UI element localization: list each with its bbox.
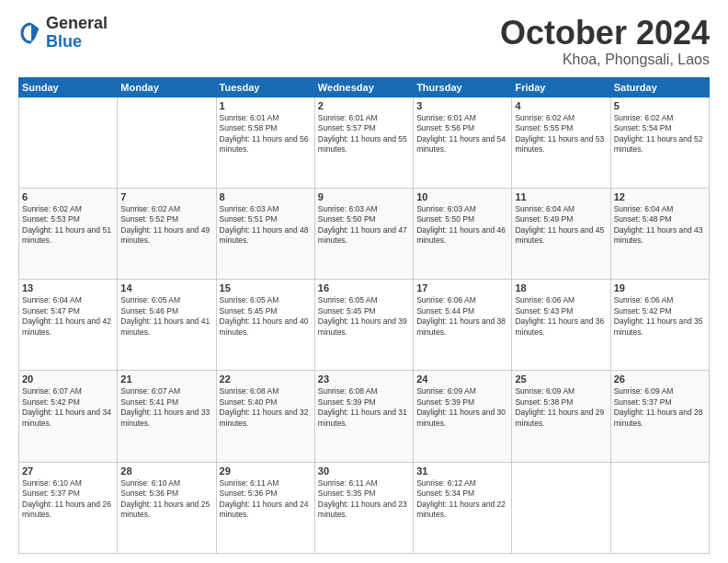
day-number: 13 bbox=[22, 282, 114, 293]
header-wednesday: Wednesday bbox=[314, 77, 413, 97]
day-info: Sunrise: 6:01 AM Sunset: 5:57 PM Dayligh… bbox=[318, 113, 410, 155]
day-info: Sunrise: 6:08 AM Sunset: 5:40 PM Dayligh… bbox=[220, 386, 312, 429]
weekday-header-row: Sunday Monday Tuesday Wednesday Thursday… bbox=[19, 77, 710, 97]
day-info: Sunrise: 6:02 AM Sunset: 5:55 PM Dayligh… bbox=[515, 113, 607, 155]
day-info: Sunrise: 6:02 AM Sunset: 5:53 PM Dayligh… bbox=[22, 204, 114, 247]
day-info: Sunrise: 6:09 AM Sunset: 5:38 PM Dayligh… bbox=[515, 386, 607, 429]
week-row-5: 27Sunrise: 6:10 AM Sunset: 5:37 PM Dayli… bbox=[19, 462, 710, 553]
calendar-cell: 15Sunrise: 6:05 AM Sunset: 5:45 PM Dayli… bbox=[216, 280, 314, 371]
calendar-cell: 22Sunrise: 6:08 AM Sunset: 5:40 PM Dayli… bbox=[216, 371, 314, 462]
day-number: 9 bbox=[318, 191, 410, 202]
day-info: Sunrise: 6:03 AM Sunset: 5:51 PM Dayligh… bbox=[220, 204, 312, 247]
day-info: Sunrise: 6:03 AM Sunset: 5:50 PM Dayligh… bbox=[318, 204, 410, 247]
day-info: Sunrise: 6:01 AM Sunset: 5:56 PM Dayligh… bbox=[416, 113, 508, 155]
day-info: Sunrise: 6:09 AM Sunset: 5:37 PM Dayligh… bbox=[614, 386, 706, 429]
title-area: October 2024 Khoa, Phongsali, Laos bbox=[500, 15, 710, 68]
day-number: 20 bbox=[22, 373, 114, 385]
day-number: 15 bbox=[220, 282, 312, 293]
day-info: Sunrise: 6:04 AM Sunset: 5:47 PM Dayligh… bbox=[22, 295, 114, 338]
day-info: Sunrise: 6:05 AM Sunset: 5:46 PM Dayligh… bbox=[120, 295, 212, 338]
calendar-cell: 25Sunrise: 6:09 AM Sunset: 5:38 PM Dayli… bbox=[512, 371, 610, 462]
day-number: 14 bbox=[120, 282, 212, 293]
day-info: Sunrise: 6:04 AM Sunset: 5:48 PM Dayligh… bbox=[614, 204, 706, 247]
calendar-cell: 7Sunrise: 6:02 AM Sunset: 5:52 PM Daylig… bbox=[118, 188, 216, 279]
day-info: Sunrise: 6:12 AM Sunset: 5:34 PM Dayligh… bbox=[416, 478, 508, 521]
day-number: 19 bbox=[614, 282, 706, 293]
logo-general-text: General bbox=[46, 15, 108, 33]
day-number: 2 bbox=[318, 100, 410, 111]
calendar-cell: 26Sunrise: 6:09 AM Sunset: 5:37 PM Dayli… bbox=[610, 371, 709, 462]
day-number: 31 bbox=[416, 465, 508, 477]
day-number: 4 bbox=[515, 100, 607, 111]
week-row-1: 1Sunrise: 6:01 AM Sunset: 5:58 PM Daylig… bbox=[19, 97, 710, 188]
day-number: 23 bbox=[318, 373, 410, 385]
calendar-cell: 9Sunrise: 6:03 AM Sunset: 5:50 PM Daylig… bbox=[314, 188, 413, 279]
day-info: Sunrise: 6:03 AM Sunset: 5:50 PM Dayligh… bbox=[416, 204, 508, 247]
header-friday: Friday bbox=[512, 77, 610, 97]
day-info: Sunrise: 6:06 AM Sunset: 5:42 PM Dayligh… bbox=[614, 295, 706, 338]
week-row-3: 13Sunrise: 6:04 AM Sunset: 5:47 PM Dayli… bbox=[19, 280, 710, 371]
day-info: Sunrise: 6:11 AM Sunset: 5:35 PM Dayligh… bbox=[318, 478, 410, 521]
month-title: October 2024 bbox=[500, 15, 710, 52]
day-info: Sunrise: 6:10 AM Sunset: 5:36 PM Dayligh… bbox=[120, 478, 212, 521]
calendar-cell: 1Sunrise: 6:01 AM Sunset: 5:58 PM Daylig… bbox=[216, 97, 314, 188]
calendar-cell: 20Sunrise: 6:07 AM Sunset: 5:42 PM Dayli… bbox=[19, 371, 118, 462]
day-number: 18 bbox=[515, 282, 607, 293]
header-thursday: Thursday bbox=[414, 77, 512, 97]
calendar-cell: 17Sunrise: 6:06 AM Sunset: 5:44 PM Dayli… bbox=[414, 280, 512, 371]
calendar-cell: 12Sunrise: 6:04 AM Sunset: 5:48 PM Dayli… bbox=[610, 188, 709, 279]
header: General Blue October 2024 Khoa, Phongsal… bbox=[18, 15, 710, 68]
calendar-cell: 16Sunrise: 6:05 AM Sunset: 5:45 PM Dayli… bbox=[314, 280, 413, 371]
day-number: 6 bbox=[22, 191, 114, 202]
calendar-cell: 31Sunrise: 6:12 AM Sunset: 5:34 PM Dayli… bbox=[414, 462, 512, 553]
calendar-cell: 18Sunrise: 6:06 AM Sunset: 5:43 PM Dayli… bbox=[512, 280, 610, 371]
week-row-2: 6Sunrise: 6:02 AM Sunset: 5:53 PM Daylig… bbox=[19, 188, 710, 279]
logo-blue-text: Blue bbox=[46, 33, 108, 52]
calendar-cell: 3Sunrise: 6:01 AM Sunset: 5:56 PM Daylig… bbox=[414, 97, 512, 188]
day-info: Sunrise: 6:07 AM Sunset: 5:42 PM Dayligh… bbox=[22, 386, 114, 429]
calendar-cell: 2Sunrise: 6:01 AM Sunset: 5:57 PM Daylig… bbox=[314, 97, 413, 188]
calendar-cell: 10Sunrise: 6:03 AM Sunset: 5:50 PM Dayli… bbox=[414, 188, 512, 279]
day-info: Sunrise: 6:02 AM Sunset: 5:54 PM Dayligh… bbox=[614, 113, 706, 155]
day-number: 26 bbox=[614, 373, 706, 385]
day-info: Sunrise: 6:01 AM Sunset: 5:58 PM Dayligh… bbox=[220, 113, 312, 155]
day-info: Sunrise: 6:06 AM Sunset: 5:44 PM Dayligh… bbox=[416, 295, 508, 338]
header-saturday: Saturday bbox=[610, 77, 709, 97]
day-number: 27 bbox=[22, 465, 114, 477]
calendar-cell: 5Sunrise: 6:02 AM Sunset: 5:54 PM Daylig… bbox=[610, 97, 709, 188]
day-number: 10 bbox=[416, 191, 508, 202]
calendar-cell: 27Sunrise: 6:10 AM Sunset: 5:37 PM Dayli… bbox=[19, 462, 118, 553]
day-info: Sunrise: 6:08 AM Sunset: 5:39 PM Dayligh… bbox=[318, 386, 410, 429]
calendar-cell: 21Sunrise: 6:07 AM Sunset: 5:41 PM Dayli… bbox=[118, 371, 216, 462]
day-info: Sunrise: 6:09 AM Sunset: 5:39 PM Dayligh… bbox=[416, 386, 508, 429]
calendar-cell: 24Sunrise: 6:09 AM Sunset: 5:39 PM Dayli… bbox=[414, 371, 512, 462]
day-info: Sunrise: 6:11 AM Sunset: 5:36 PM Dayligh… bbox=[220, 478, 312, 521]
calendar-cell bbox=[118, 97, 216, 188]
calendar-cell: 4Sunrise: 6:02 AM Sunset: 5:55 PM Daylig… bbox=[512, 97, 610, 188]
day-info: Sunrise: 6:05 AM Sunset: 5:45 PM Dayligh… bbox=[318, 295, 410, 338]
calendar-cell bbox=[19, 97, 118, 188]
day-number: 29 bbox=[220, 465, 312, 477]
day-number: 1 bbox=[220, 100, 312, 111]
week-row-4: 20Sunrise: 6:07 AM Sunset: 5:42 PM Dayli… bbox=[19, 371, 710, 462]
calendar-cell: 13Sunrise: 6:04 AM Sunset: 5:47 PM Dayli… bbox=[19, 280, 118, 371]
day-number: 24 bbox=[416, 373, 508, 385]
calendar-cell: 29Sunrise: 6:11 AM Sunset: 5:36 PM Dayli… bbox=[216, 462, 314, 553]
page: General Blue October 2024 Khoa, Phongsal… bbox=[0, 0, 728, 563]
day-number: 16 bbox=[318, 282, 410, 293]
calendar-table: Sunday Monday Tuesday Wednesday Thursday… bbox=[18, 77, 710, 554]
day-number: 30 bbox=[318, 465, 410, 477]
logo-icon bbox=[18, 20, 44, 46]
day-number: 7 bbox=[120, 191, 212, 202]
day-info: Sunrise: 6:07 AM Sunset: 5:41 PM Dayligh… bbox=[120, 386, 212, 429]
calendar-cell: 14Sunrise: 6:05 AM Sunset: 5:46 PM Dayli… bbox=[118, 280, 216, 371]
calendar-cell: 8Sunrise: 6:03 AM Sunset: 5:51 PM Daylig… bbox=[216, 188, 314, 279]
day-number: 25 bbox=[515, 373, 607, 385]
day-number: 5 bbox=[614, 100, 706, 111]
day-number: 12 bbox=[614, 191, 706, 202]
day-info: Sunrise: 6:02 AM Sunset: 5:52 PM Dayligh… bbox=[120, 204, 212, 247]
day-number: 21 bbox=[120, 373, 212, 385]
day-info: Sunrise: 6:10 AM Sunset: 5:37 PM Dayligh… bbox=[22, 478, 114, 521]
logo: General Blue bbox=[18, 15, 108, 52]
header-monday: Monday bbox=[118, 77, 216, 97]
